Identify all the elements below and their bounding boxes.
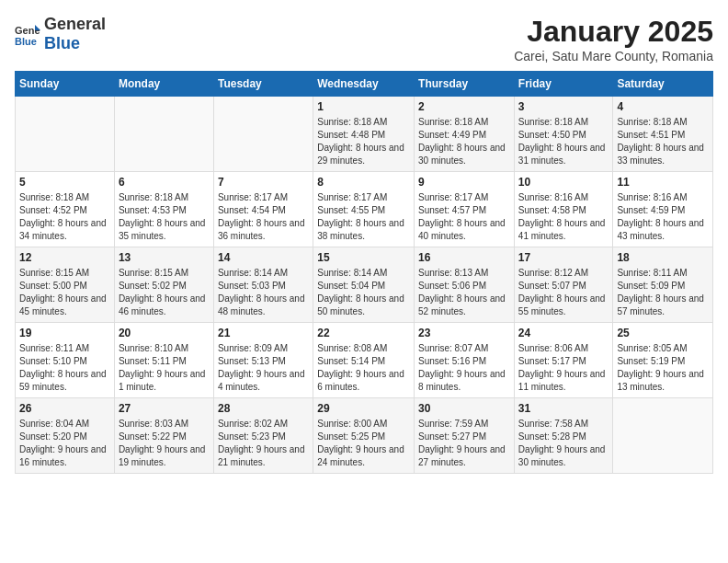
day-info: Sunrise: 8:16 AM Sunset: 4:58 PM Dayligh…	[518, 191, 609, 243]
table-row: 22 Sunrise: 8:08 AM Sunset: 5:14 PM Dayl…	[313, 323, 415, 398]
day-info: Sunrise: 8:15 AM Sunset: 5:00 PM Dayligh…	[19, 267, 110, 318]
day-number: 31	[518, 402, 609, 415]
logo: General Blue General Blue	[15, 15, 106, 53]
table-row: 11 Sunrise: 8:16 AM Sunset: 4:59 PM Dayl…	[613, 172, 713, 247]
table-row: 18 Sunrise: 8:11 AM Sunset: 5:09 PM Dayl…	[613, 247, 713, 323]
day-number: 5	[19, 176, 110, 189]
table-row: 31 Sunrise: 7:58 AM Sunset: 5:28 PM Dayl…	[514, 398, 613, 474]
day-number: 4	[617, 100, 709, 113]
day-info: Sunrise: 8:05 AM Sunset: 5:19 PM Dayligh…	[617, 342, 709, 394]
table-row: 16 Sunrise: 8:13 AM Sunset: 5:06 PM Dayl…	[415, 247, 515, 323]
table-row: 29 Sunrise: 8:00 AM Sunset: 5:25 PM Dayl…	[313, 398, 415, 474]
table-row: 27 Sunrise: 8:03 AM Sunset: 5:22 PM Dayl…	[114, 398, 213, 474]
col-monday: Monday	[114, 72, 213, 97]
day-number: 23	[418, 327, 510, 339]
day-number: 30	[418, 402, 510, 415]
page-header: General Blue General Blue January 2025 C…	[15, 15, 713, 63]
day-info: Sunrise: 8:14 AM Sunset: 5:03 PM Dayligh…	[218, 267, 309, 318]
table-row: 20 Sunrise: 8:10 AM Sunset: 5:11 PM Dayl…	[114, 323, 213, 398]
day-info: Sunrise: 8:07 AM Sunset: 5:16 PM Dayligh…	[418, 342, 510, 394]
day-info: Sunrise: 7:58 AM Sunset: 5:28 PM Dayligh…	[518, 418, 609, 469]
day-number: 6	[119, 176, 210, 189]
col-saturday: Saturday	[613, 72, 713, 97]
table-row: 28 Sunrise: 8:02 AM Sunset: 5:23 PM Dayl…	[213, 398, 313, 474]
day-number: 2	[418, 100, 510, 113]
table-row: 1 Sunrise: 8:18 AM Sunset: 4:48 PM Dayli…	[313, 97, 415, 172]
calendar-week-row: 1 Sunrise: 8:18 AM Sunset: 4:48 PM Dayli…	[16, 97, 713, 172]
day-info: Sunrise: 8:18 AM Sunset: 4:52 PM Dayligh…	[19, 191, 110, 243]
day-number: 21	[218, 327, 309, 339]
day-info: Sunrise: 8:17 AM Sunset: 4:55 PM Dayligh…	[317, 191, 410, 243]
day-info: Sunrise: 8:16 AM Sunset: 4:59 PM Dayligh…	[617, 191, 709, 243]
table-row	[114, 97, 213, 172]
day-info: Sunrise: 8:14 AM Sunset: 5:04 PM Dayligh…	[317, 267, 410, 318]
day-info: Sunrise: 8:13 AM Sunset: 5:06 PM Dayligh…	[418, 267, 510, 318]
table-row: 17 Sunrise: 8:12 AM Sunset: 5:07 PM Dayl…	[514, 247, 613, 323]
day-number: 8	[317, 176, 410, 189]
day-info: Sunrise: 8:18 AM Sunset: 4:53 PM Dayligh…	[119, 191, 210, 243]
calendar-week-row: 5 Sunrise: 8:18 AM Sunset: 4:52 PM Dayli…	[16, 172, 713, 247]
table-row: 9 Sunrise: 8:17 AM Sunset: 4:57 PM Dayli…	[415, 172, 515, 247]
day-info: Sunrise: 8:18 AM Sunset: 4:50 PM Dayligh…	[518, 116, 609, 167]
table-row: 13 Sunrise: 8:15 AM Sunset: 5:02 PM Dayl…	[114, 247, 213, 323]
table-row	[16, 97, 115, 172]
day-number: 26	[19, 402, 110, 415]
calendar-header-row: Sunday Monday Tuesday Wednesday Thursday…	[16, 72, 713, 97]
table-row: 5 Sunrise: 8:18 AM Sunset: 4:52 PM Dayli…	[16, 172, 115, 247]
day-info: Sunrise: 8:02 AM Sunset: 5:23 PM Dayligh…	[218, 418, 309, 469]
day-number: 13	[119, 251, 210, 264]
day-info: Sunrise: 8:17 AM Sunset: 4:54 PM Dayligh…	[218, 191, 309, 243]
day-number: 15	[317, 251, 410, 264]
title-section: January 2025 Carei, Satu Mare County, Ro…	[514, 15, 713, 63]
table-row: 2 Sunrise: 8:18 AM Sunset: 4:49 PM Dayli…	[415, 97, 515, 172]
day-number: 25	[617, 327, 709, 339]
day-number: 10	[518, 176, 609, 189]
day-number: 22	[317, 327, 410, 339]
table-row: 7 Sunrise: 8:17 AM Sunset: 4:54 PM Dayli…	[213, 172, 313, 247]
day-info: Sunrise: 8:11 AM Sunset: 5:10 PM Dayligh…	[19, 342, 110, 394]
day-number: 1	[317, 100, 410, 113]
day-number: 11	[617, 176, 709, 189]
col-friday: Friday	[514, 72, 613, 97]
day-info: Sunrise: 8:03 AM Sunset: 5:22 PM Dayligh…	[119, 418, 210, 469]
day-number: 28	[218, 402, 309, 415]
table-row: 6 Sunrise: 8:18 AM Sunset: 4:53 PM Dayli…	[114, 172, 213, 247]
table-row: 8 Sunrise: 8:17 AM Sunset: 4:55 PM Dayli…	[313, 172, 415, 247]
day-info: Sunrise: 8:15 AM Sunset: 5:02 PM Dayligh…	[119, 267, 210, 318]
day-number: 7	[218, 176, 309, 189]
logo-blue: Blue	[44, 34, 80, 52]
day-info: Sunrise: 8:18 AM Sunset: 4:48 PM Dayligh…	[317, 116, 410, 167]
day-info: Sunrise: 8:08 AM Sunset: 5:14 PM Dayligh…	[317, 342, 410, 394]
table-row: 21 Sunrise: 8:09 AM Sunset: 5:13 PM Dayl…	[213, 323, 313, 398]
logo-icon: General Blue	[15, 21, 40, 47]
svg-text:Blue: Blue	[15, 36, 37, 47]
calendar-week-row: 12 Sunrise: 8:15 AM Sunset: 5:00 PM Dayl…	[16, 247, 713, 323]
day-info: Sunrise: 8:18 AM Sunset: 4:49 PM Dayligh…	[418, 116, 510, 167]
table-row: 12 Sunrise: 8:15 AM Sunset: 5:00 PM Dayl…	[16, 247, 115, 323]
day-number: 18	[617, 251, 709, 264]
day-number: 16	[418, 251, 510, 264]
day-info: Sunrise: 8:17 AM Sunset: 4:57 PM Dayligh…	[418, 191, 510, 243]
day-info: Sunrise: 8:12 AM Sunset: 5:07 PM Dayligh…	[518, 267, 609, 318]
table-row: 3 Sunrise: 8:18 AM Sunset: 4:50 PM Dayli…	[514, 97, 613, 172]
day-info: Sunrise: 8:04 AM Sunset: 5:20 PM Dayligh…	[19, 418, 110, 469]
day-number: 3	[518, 100, 609, 113]
calendar-week-row: 26 Sunrise: 8:04 AM Sunset: 5:20 PM Dayl…	[16, 398, 713, 474]
page-title: January 2025	[514, 15, 713, 49]
day-number: 24	[518, 327, 609, 339]
day-number: 27	[119, 402, 210, 415]
table-row: 19 Sunrise: 8:11 AM Sunset: 5:10 PM Dayl…	[16, 323, 115, 398]
table-row: 23 Sunrise: 8:07 AM Sunset: 5:16 PM Dayl…	[415, 323, 515, 398]
day-info: Sunrise: 8:11 AM Sunset: 5:09 PM Dayligh…	[617, 267, 709, 318]
table-row: 30 Sunrise: 7:59 AM Sunset: 5:27 PM Dayl…	[415, 398, 515, 474]
day-number: 20	[119, 327, 210, 339]
col-sunday: Sunday	[16, 72, 115, 97]
table-row: 10 Sunrise: 8:16 AM Sunset: 4:58 PM Dayl…	[514, 172, 613, 247]
col-thursday: Thursday	[415, 72, 515, 97]
logo-general: General	[44, 15, 106, 33]
day-info: Sunrise: 8:10 AM Sunset: 5:11 PM Dayligh…	[119, 342, 210, 394]
day-number: 29	[317, 402, 410, 415]
table-row: 14 Sunrise: 8:14 AM Sunset: 5:03 PM Dayl…	[213, 247, 313, 323]
day-info: Sunrise: 8:09 AM Sunset: 5:13 PM Dayligh…	[218, 342, 309, 394]
calendar-week-row: 19 Sunrise: 8:11 AM Sunset: 5:10 PM Dayl…	[16, 323, 713, 398]
